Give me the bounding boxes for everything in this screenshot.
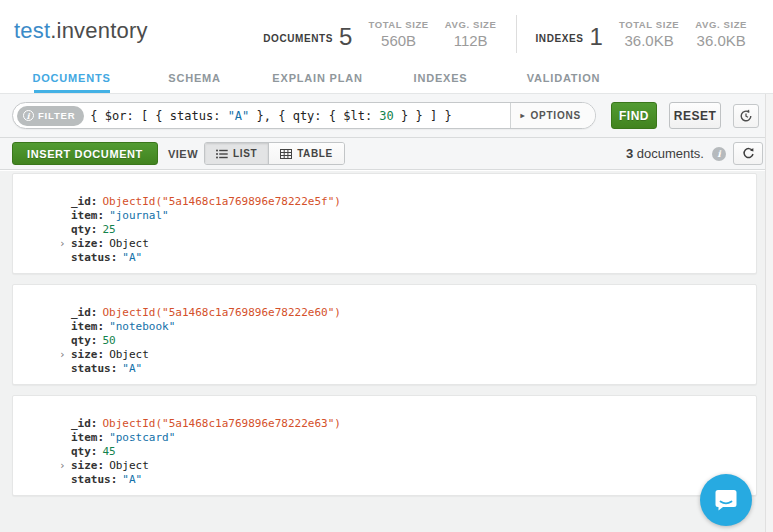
collection-header: test.inventory DOCUMENTS 5 TOTAL SIZE 56… [0,0,773,62]
indexes-count: 1 [590,25,603,49]
chat-bubble-icon [711,485,741,515]
document-toolbar: INSERT DOCUMENT VIEW LIST TABLE 3 docume… [0,138,773,170]
collection-stats: DOCUMENTS 5 TOTAL SIZE 560B AVG. SIZE 11… [263,15,763,53]
document-field-row: › status: "A" [59,362,756,376]
tab-indexes[interactable]: INDEXES [379,62,502,93]
document-card: › _id: ObjectId("5a1468c1a769896e78222e5… [12,173,757,274]
view-switcher: LIST TABLE [204,142,345,165]
refresh-button[interactable] [733,142,763,165]
query-token: { $or: [ { status: [90,109,227,123]
tab-explain-plan[interactable]: EXPLAIN PLAN [256,62,379,93]
query-bar: i FILTER { $or: [ { status: "A" }, { qty… [0,93,773,138]
document-count: 3 documents. [626,146,704,161]
tab-bar: DOCUMENTSSCHEMAEXPLAIN PLANINDEXESVALIDA… [0,62,773,93]
collection-name: inventory [57,18,148,43]
filter-query-input[interactable]: { $or: [ { status: "A" }, { qty: { $lt: … [90,103,509,128]
table-icon [280,149,292,159]
query-token: 30 [379,109,393,123]
indexes-avg-size-stat: AVG. SIZE 36.0KB [695,19,747,49]
field-value: ObjectId("5a1468c1a769896e78222e63") [103,417,341,431]
field-value: "notebook" [109,320,175,334]
document-field-row: › _id: ObjectId("5a1468c1a769896e78222e5… [59,195,756,209]
field-value: 45 [103,445,116,459]
list-view-button[interactable]: LIST [205,143,268,164]
document-field-row: › _id: ObjectId("5a1468c1a769896e78222e6… [59,306,756,320]
documents-avg-size-stat: AVG. SIZE 112B [445,19,497,49]
document-field-row: › item: "notebook" [59,320,756,334]
filter-pill: i FILTER [17,106,84,126]
list-icon [216,149,228,159]
toolbar-right: 3 documents. i [626,142,763,165]
field-value: Object [109,348,149,362]
field-value: ObjectId("5a1468c1a769896e78222e5f") [103,195,341,209]
query-history-button[interactable] [733,104,759,128]
field-value: Object [109,459,149,473]
indexes-count-stat: INDEXES 1 [535,25,602,49]
stats-divider [516,15,517,53]
document-field-row: › item: "journal" [59,209,756,223]
chat-fab-button[interactable] [700,474,752,526]
document-field-row: › status: "A" [59,473,756,487]
field-value: "A" [122,362,142,376]
field-name: _id: [71,195,98,209]
info-icon[interactable]: i [712,147,726,161]
documents-count: 5 [339,25,352,49]
field-name: size: [71,237,104,251]
field-value: "journal" [109,209,169,223]
query-token: }, { qty: { $lt: [249,109,379,123]
options-label: OPTIONS [530,110,581,121]
field-name: status: [71,251,117,265]
field-value: ObjectId("5a1468c1a769896e78222e60") [103,306,341,320]
field-value: "postcard" [109,431,175,445]
document-list: › _id: ObjectId("5a1468c1a769896e78222e5… [0,171,765,532]
document-field-row: › qty: 50 [59,334,756,348]
field-name: status: [71,473,117,487]
document-field-row: › _id: ObjectId("5a1468c1a769896e78222e6… [59,417,756,431]
insert-document-button[interactable]: INSERT DOCUMENT [12,142,158,165]
document-field-row: › item: "postcard" [59,431,756,445]
field-value: "A" [122,473,142,487]
field-name: size: [71,348,104,362]
tab-documents[interactable]: DOCUMENTS [10,62,133,93]
tab-schema[interactable]: SCHEMA [133,62,256,93]
documents-total-size-stat: TOTAL SIZE 560B [368,19,428,49]
find-button[interactable]: FIND [611,102,657,129]
document-field-row: › size: Object [59,348,756,362]
expand-caret-icon[interactable]: › [59,237,71,251]
filter-input-group[interactable]: i FILTER { $or: [ { status: "A" }, { qty… [12,102,596,129]
filter-pill-label: FILTER [38,110,75,121]
documents-count-stat: DOCUMENTS 5 [263,25,352,49]
expand-caret-icon[interactable]: › [59,348,71,362]
reset-button[interactable]: RESET [669,102,721,129]
field-name: qty: [71,334,98,348]
chevron-right-icon: ▸ [521,111,526,120]
field-value: Object [109,237,149,251]
document-field-row: › size: Object [59,237,756,251]
database-name: test [14,18,50,43]
table-view-button[interactable]: TABLE [268,143,344,164]
field-name: item: [71,431,104,445]
query-token: "A" [228,109,250,123]
document-field-row: › size: Object [59,459,756,473]
info-icon: i [23,110,34,121]
list-view-label: LIST [233,148,257,159]
index-stats: INDEXES 1 TOTAL SIZE 36.0KB AVG. SIZE 36… [535,19,763,49]
field-name: item: [71,209,104,223]
field-name: _id: [71,417,98,431]
history-clock-icon [739,109,753,123]
document-card: › _id: ObjectId("5a1468c1a769896e78222e6… [12,284,757,385]
field-name: qty: [71,223,98,237]
options-button[interactable]: ▸ OPTIONS [510,103,595,128]
expand-caret-icon[interactable]: › [59,459,71,473]
field-name: qty: [71,445,98,459]
document-stats: DOCUMENTS 5 TOTAL SIZE 560B AVG. SIZE 11… [263,19,512,49]
field-name: item: [71,320,104,334]
field-value: 25 [103,223,116,237]
field-value: 50 [103,334,116,348]
field-name: status: [71,362,117,376]
document-field-row: › status: "A" [59,251,756,265]
scrollbar-track[interactable] [765,94,773,532]
tab-validation[interactable]: VALIDATION [502,62,625,93]
query-token: } } ] } [394,109,452,123]
document-card: › _id: ObjectId("5a1468c1a769896e78222e6… [12,395,757,496]
